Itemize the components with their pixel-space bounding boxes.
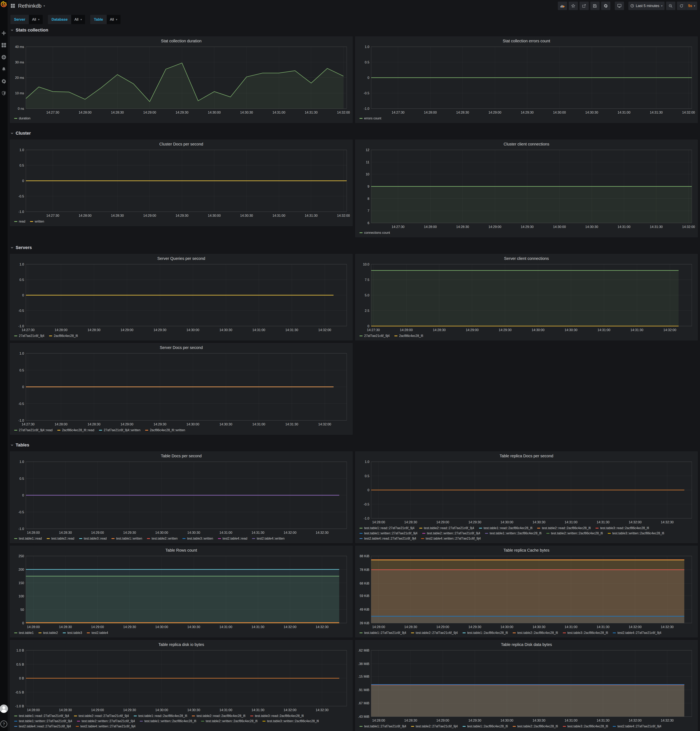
panel-title[interactable]: Cluster client connections: [358, 141, 695, 148]
chart-table-rows[interactable]: 14:28:0014:28:3014:29:0014:29:3014:30:00…: [13, 554, 350, 630]
panel-title[interactable]: Table replica Cache bytes: [358, 547, 695, 554]
chart-replica-cache[interactable]: 14:28:0014:28:3014:29:0014:29:3014:30:00…: [358, 554, 695, 630]
legend-item[interactable]: test.table2::written::27af7ae21c6f_9j4: [422, 531, 480, 535]
legend-item[interactable]: test.table1::written::27af7ae21c6f_9j4: [360, 531, 417, 535]
chart-stat-errors[interactable]: 14:27:3014:28:0014:28:3014:29:0014:29:30…: [358, 45, 695, 115]
legend-item[interactable]: test.table1::2acf86c4ec28_lfi: [463, 631, 508, 635]
legend-item[interactable]: written: [30, 220, 44, 223]
legend-item[interactable]: test.table3::read::2acf86c4ec28_lfi: [250, 714, 304, 718]
panel-title[interactable]: Table replica disk io bytes: [13, 641, 350, 648]
legend-item[interactable]: test.table2::27af7ae21c6f_9j4: [411, 631, 458, 635]
share-button[interactable]: [580, 1, 589, 10]
chart-replica-docs[interactable]: 14:28:0014:28:3014:29:0014:29:3014:30:00…: [358, 460, 695, 525]
legend-item[interactable]: test2.table4::written::27af7ae21c6f_9j4: [76, 725, 136, 728]
alerting-bell-icon[interactable]: [1, 67, 6, 72]
legend-item[interactable]: 27af7ae21c6f_9j4::read: [14, 429, 53, 432]
legend-item[interactable]: 2acf86c4ec28_lfi: [394, 334, 423, 338]
configuration-gear-icon[interactable]: [1, 79, 6, 84]
panel-title[interactable]: Stat collection duration: [13, 38, 350, 45]
legend-item[interactable]: test.table1::written::2acf86c4ec28_lfi: [140, 719, 196, 723]
legend-item[interactable]: test.table2::written::2acf86c4ec28_lfi: [546, 531, 603, 535]
legend-item[interactable]: test.table2::read::27af7ae21c6f_9j4: [74, 714, 129, 718]
cycle-view-button[interactable]: [615, 1, 624, 10]
legend-item[interactable]: test2.table4::written: [252, 537, 284, 540]
legend-item[interactable]: test.table1::read::2acf86c4ec28_lfi: [134, 714, 187, 718]
section-header[interactable]: Cluster: [7, 130, 700, 137]
chart-table-docs[interactable]: 14:28:0014:28:3014:29:0014:29:3014:30:00…: [13, 460, 350, 536]
explore-compass-icon[interactable]: [1, 54, 6, 60]
legend-item[interactable]: test.table1::read::2acf86c4ec28_lfi: [479, 526, 533, 530]
legend-item[interactable]: test.table2::written: [147, 537, 178, 540]
section-header[interactable]: Stats collection: [7, 26, 700, 34]
help-icon[interactable]: ?: [0, 720, 7, 728]
dashboards-icon[interactable]: [1, 43, 6, 48]
legend-item[interactable]: duration: [14, 117, 31, 120]
legend-item[interactable]: test.table1: [14, 631, 34, 635]
legend-item[interactable]: 27af7ae21c6f_9j4: [14, 334, 44, 338]
chart-server-docs[interactable]: 14:27:3014:28:0014:28:3014:29:0014:29:30…: [13, 351, 350, 427]
section-header[interactable]: Servers: [7, 244, 700, 251]
legend-item[interactable]: test2.table4::27af7ae21c6f_9j4: [613, 725, 661, 728]
plus-icon[interactable]: [1, 31, 6, 36]
legend-item[interactable]: 2acf86c4ec28_lfi::written: [145, 429, 185, 432]
legend-item[interactable]: connections count: [360, 231, 390, 235]
legend-item[interactable]: test2.table4::27af7ae21c6f_9j4: [613, 631, 661, 635]
legend-item[interactable]: test.table3::written: [183, 537, 213, 540]
dashboard-settings-button[interactable]: [601, 1, 611, 10]
add-panel-button[interactable]: [558, 1, 567, 10]
legend-item[interactable]: errors count: [360, 117, 381, 120]
legend-item[interactable]: test.table1::read::27af7ae21c6f_9j4: [360, 526, 414, 530]
panel-title[interactable]: Table replica Docs per second: [358, 453, 695, 460]
chart-server-conns[interactable]: 14:27:3014:28:0014:28:3014:29:0014:29:30…: [358, 262, 695, 333]
legend-item[interactable]: test.table3::written::2acf86c4ec28_lfi: [608, 531, 664, 535]
legend-item[interactable]: test.table1::read::27af7ae21c6f_9j4: [14, 714, 69, 718]
legend-item[interactable]: test.table3::2acf86c4ec28_lfi: [563, 631, 608, 635]
panel-title[interactable]: Server client connections: [358, 255, 695, 262]
dashboard-grid-icon[interactable]: [10, 3, 15, 8]
legend-item[interactable]: test2.table4: [87, 631, 108, 635]
legend-item[interactable]: read: [14, 220, 25, 223]
legend-item[interactable]: test.table1::read: [14, 537, 42, 540]
legend-item[interactable]: test.table2::read::2acf86c4ec28_lfi: [537, 526, 591, 530]
refresh-interval-picker[interactable]: 5s ▾: [686, 1, 697, 10]
legend-item[interactable]: test2.table4::read::27af7ae21c6f_9j4: [360, 537, 416, 540]
zoom-out-button[interactable]: [666, 1, 675, 10]
star-button[interactable]: [569, 1, 578, 10]
legend-item[interactable]: 27af7ae21c6f_9j4::written: [99, 429, 141, 432]
filter-table-value[interactable]: All ▾: [107, 15, 120, 24]
legend-item[interactable]: test.table2::2acf86c4ec28_lfi: [513, 631, 558, 635]
legend-item[interactable]: test.table1::2acf86c4ec28_lfi: [463, 725, 508, 728]
legend-item[interactable]: test.table1::written::27af7ae21c6f_9j4: [14, 719, 72, 723]
legend-item[interactable]: test2.table4::read: [218, 537, 247, 540]
legend-item[interactable]: test.table2::read: [47, 537, 75, 540]
legend-item[interactable]: test.table2::read::27af7ae21c6f_9j4: [419, 526, 474, 530]
chart-replica-diskio[interactable]: 14:28:0014:28:3014:29:0014:29:3014:30:00…: [13, 648, 350, 713]
legend-item[interactable]: test.table3::2acf86c4ec28_lfi: [563, 725, 608, 728]
legend-item[interactable]: 2acf86c4ec28_lfi: [49, 334, 78, 338]
legend-item[interactable]: test.table2::read::2acf86c4ec28_lfi: [192, 714, 245, 718]
legend-item[interactable]: 27af7ae21c6f_9j4: [360, 334, 390, 338]
legend-item[interactable]: test.table2: [38, 631, 58, 635]
legend-item[interactable]: test.table3::read: [79, 537, 107, 540]
user-avatar[interactable]: [0, 705, 8, 713]
chart-server-queries[interactable]: 14:27:3014:28:0014:28:3014:29:0014:29:30…: [13, 262, 350, 333]
panel-title[interactable]: Stat collection errors count: [358, 38, 695, 45]
filter-server[interactable]: Server All ▾: [10, 15, 43, 24]
legend-item[interactable]: test.table1::written::2acf86c4ec28_lfi: [485, 531, 542, 535]
section-header[interactable]: Tables: [7, 442, 700, 449]
legend-item[interactable]: 2acf86c4ec28_lfi::read: [57, 429, 94, 432]
legend-item[interactable]: test.table2::27af7ae21c6f_9j4: [411, 725, 458, 728]
legend-item[interactable]: test.table1::27af7ae21c6f_9j4: [360, 725, 406, 728]
filter-database[interactable]: Database All ▾: [48, 15, 85, 24]
legend-item[interactable]: test.table2::written::2acf86c4ec28_lfi: [201, 719, 258, 723]
server-admin-shield-icon[interactable]: [1, 91, 6, 96]
save-button[interactable]: [590, 1, 599, 10]
legend-item[interactable]: test.table3::read::2acf86c4ec28_lfi: [596, 526, 649, 530]
legend-item[interactable]: test.table3::written::2acf86c4ec28_lfi: [262, 719, 319, 723]
chart-replica-diskdata[interactable]: 14:28:0014:28:3014:29:0014:29:3014:30:00…: [358, 648, 695, 724]
dashboard-title-button[interactable]: Rethinkdb ▾: [18, 3, 45, 9]
grafana-logo[interactable]: [0, 0, 7, 9]
chart-cluster-conns[interactable]: 14:27:3014:28:0014:28:3014:29:0014:29:30…: [358, 148, 695, 230]
panel-title[interactable]: Table replica Disk data bytes: [358, 641, 695, 648]
chart-cluster-docs[interactable]: 14:27:3014:28:0014:28:3014:29:0014:29:30…: [13, 148, 350, 219]
